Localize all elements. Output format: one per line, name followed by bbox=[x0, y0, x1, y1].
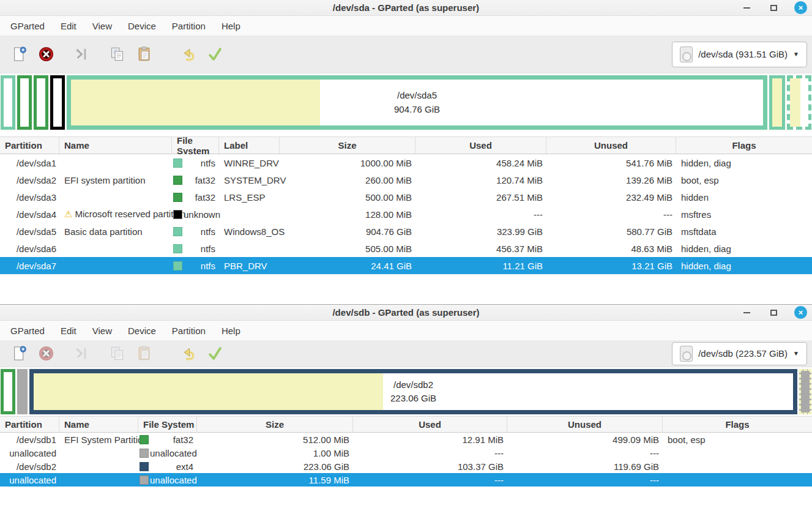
disk-segment-unallocated[interactable] bbox=[799, 369, 811, 414]
disk-segment-/dev/sda5[interactable]: /dev/sda5904.76 GiB bbox=[67, 75, 767, 130]
titlebar[interactable]: /dev/sda - GParted (as superuser) × bbox=[0, 0, 812, 16]
menu-view[interactable]: View bbox=[84, 323, 120, 339]
paste-button[interactable] bbox=[132, 343, 155, 364]
disk-segment-/dev/sda3[interactable] bbox=[34, 75, 48, 130]
header-size[interactable]: Size bbox=[197, 417, 353, 432]
table-row-sda6[interactable]: /dev/sda6 ntfs 505.00 MiB 456.37 MiB 48.… bbox=[0, 240, 812, 257]
partition-cell: /dev/sdb2 bbox=[0, 461, 59, 472]
disk-segment-/dev/sda4[interactable] bbox=[50, 75, 65, 130]
table-row-unallocated-2-selected[interactable]: unallocated unallocated 11.59 MiB --- --… bbox=[0, 473, 812, 487]
table-row-unallocated-1[interactable]: unallocated unallocated 1.00 MiB --- --- bbox=[0, 446, 812, 460]
header-partition[interactable]: Partition bbox=[0, 137, 59, 154]
disk-segment-/dev/sdb1[interactable] bbox=[1, 369, 15, 414]
unused-cell: --- bbox=[507, 448, 663, 458]
table-row-sda4[interactable]: /dev/sda4 ⚠Microsoft reserved partition … bbox=[0, 206, 812, 223]
menu-help[interactable]: Help bbox=[214, 323, 248, 339]
titlebar[interactable]: /dev/sdb - GParted (as superuser) × bbox=[0, 305, 812, 321]
unused-cell: 13.21 GiB bbox=[546, 261, 676, 271]
header-flags[interactable]: Flags bbox=[676, 137, 812, 154]
resize-move-button[interactable] bbox=[70, 343, 93, 364]
disk-segment-/dev/sdb2[interactable]: /dev/sdb2223.06 GiB bbox=[29, 369, 797, 414]
table-header: Partition Name File System Size Used Unu… bbox=[0, 416, 812, 433]
used-cell: 456.37 MiB bbox=[415, 244, 546, 254]
menu-gparted[interactable]: GParted bbox=[2, 18, 53, 34]
menu-partition[interactable]: Partition bbox=[164, 18, 214, 34]
disk-segment-/dev/sda1[interactable] bbox=[1, 75, 15, 130]
maximize-button[interactable] bbox=[767, 2, 780, 14]
table-row-sdb2[interactable]: /dev/sdb2 ext4 223.06 GiB 103.37 GiB 119… bbox=[0, 460, 812, 473]
device-selector[interactable]: /dev/sdb (223.57 GiB) ▼ bbox=[672, 342, 807, 365]
header-name[interactable]: Name bbox=[59, 417, 138, 432]
header-flags[interactable]: Flags bbox=[663, 417, 812, 432]
apply-button[interactable] bbox=[203, 44, 226, 65]
minimize-button[interactable] bbox=[740, 307, 753, 319]
disk-segment-/dev/sda7[interactable] bbox=[787, 75, 811, 130]
table-row-sda7-selected[interactable]: /dev/sda7 ntfs PBR_DRV 24.41 GiB 11.21 G… bbox=[0, 257, 812, 274]
chevron-down-icon: ▼ bbox=[793, 350, 799, 357]
flags-cell: hidden, diag bbox=[676, 158, 812, 168]
disk-segment-/dev/sda2[interactable] bbox=[17, 75, 32, 130]
copy-button[interactable] bbox=[105, 44, 129, 65]
delete-partition-button[interactable] bbox=[34, 44, 58, 65]
new-partition-button[interactable] bbox=[7, 44, 31, 65]
paste-button[interactable] bbox=[132, 44, 155, 65]
gparted-window-sda: /dev/sda - GParted (as superuser) × GPar… bbox=[0, 0, 812, 304]
menu-edit[interactable]: Edit bbox=[53, 323, 84, 339]
resize-move-button[interactable] bbox=[70, 44, 93, 65]
table-header: Partition Name File System Label Size Us… bbox=[0, 136, 812, 154]
header-filesystem[interactable]: File System bbox=[172, 137, 219, 154]
partition-table: Partition Name File System Size Used Unu… bbox=[0, 416, 812, 487]
undo-icon bbox=[180, 46, 196, 62]
name-cell: EFI System Partition bbox=[59, 435, 138, 445]
header-unused[interactable]: Unused bbox=[507, 417, 663, 432]
undo-button[interactable] bbox=[176, 44, 199, 65]
menu-device[interactable]: Device bbox=[120, 18, 164, 34]
header-name[interactable]: Name bbox=[59, 137, 172, 154]
header-unused[interactable]: Unused bbox=[546, 137, 676, 154]
table-row-sda1[interactable]: /dev/sda1 ntfs WINRE_DRV 1000.00 MiB 458… bbox=[0, 154, 812, 171]
label-cell: SYSTEM_DRV bbox=[219, 175, 280, 185]
table-row-sda2[interactable]: /dev/sda2 EFI system partition fat32 SYS… bbox=[0, 171, 812, 188]
filesystem-swatch bbox=[173, 176, 182, 185]
filesystem-cell: fat32 bbox=[138, 435, 197, 445]
filesystem-cell: ntfs bbox=[172, 261, 219, 271]
used-cell: 267.51 MiB bbox=[415, 192, 546, 203]
header-filesystem[interactable]: File System bbox=[138, 417, 197, 432]
disk-segment-unallocated[interactable] bbox=[17, 369, 28, 414]
flags-cell: boot, esp bbox=[663, 435, 812, 445]
new-partition-icon bbox=[11, 46, 28, 62]
menu-device[interactable]: Device bbox=[120, 323, 164, 339]
device-selector[interactable]: /dev/sda (931.51 GiB) ▼ bbox=[672, 42, 807, 67]
table-row-sda3[interactable]: /dev/sda3 fat32 LRS_ESP 500.00 MiB 267.5… bbox=[0, 188, 812, 206]
apply-icon bbox=[207, 345, 223, 362]
disk-segment-/dev/sda6[interactable] bbox=[769, 75, 785, 130]
menu-view[interactable]: View bbox=[84, 18, 120, 34]
paste-icon bbox=[136, 46, 152, 62]
unused-cell: 139.26 MiB bbox=[546, 175, 676, 185]
header-size[interactable]: Size bbox=[280, 137, 415, 154]
menu-gparted[interactable]: GParted bbox=[2, 323, 53, 339]
menu-partition[interactable]: Partition bbox=[164, 323, 214, 339]
maximize-button[interactable] bbox=[767, 307, 780, 319]
new-partition-button[interactable] bbox=[7, 343, 31, 364]
filesystem-swatch bbox=[173, 210, 182, 219]
minimize-button[interactable] bbox=[740, 2, 753, 14]
header-used[interactable]: Used bbox=[353, 417, 507, 432]
apply-button[interactable] bbox=[203, 343, 226, 364]
close-button[interactable]: × bbox=[794, 1, 807, 14]
partition-cell: /dev/sda6 bbox=[0, 244, 59, 254]
header-used[interactable]: Used bbox=[415, 137, 546, 154]
close-button[interactable]: × bbox=[794, 306, 807, 319]
copy-button[interactable] bbox=[105, 343, 129, 364]
menu-edit[interactable]: Edit bbox=[53, 18, 84, 34]
table-row-sdb1[interactable]: /dev/sdb1 EFI System Partition fat32 512… bbox=[0, 433, 812, 446]
header-label[interactable]: Label bbox=[219, 137, 280, 154]
close-icon: × bbox=[799, 308, 803, 317]
menu-bar: GParted Edit View Device Partition Help bbox=[0, 321, 812, 340]
undo-button[interactable] bbox=[176, 343, 199, 364]
menu-help[interactable]: Help bbox=[214, 18, 248, 34]
partition-cell: unallocated bbox=[0, 448, 59, 458]
header-partition[interactable]: Partition bbox=[0, 417, 59, 432]
table-row-sda5[interactable]: /dev/sda5 Basic data partition ntfs Wind… bbox=[0, 223, 812, 240]
delete-partition-button[interactable] bbox=[34, 343, 58, 364]
